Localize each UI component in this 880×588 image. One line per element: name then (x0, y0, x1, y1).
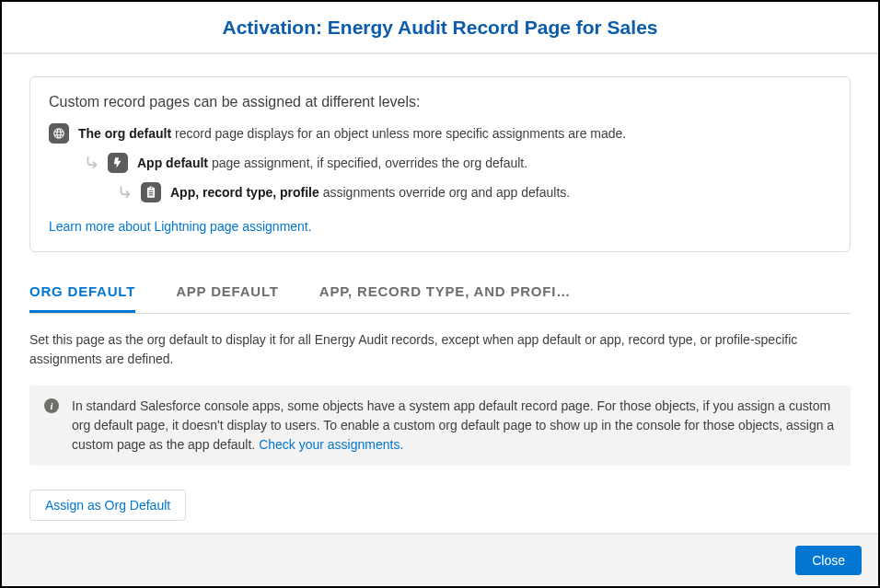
clipboard-icon (141, 182, 161, 202)
indent-arrow-icon (115, 182, 135, 202)
level-label: App, record type, profile (170, 185, 319, 200)
close-button[interactable]: Close (795, 546, 862, 575)
assign-as-org-default-button[interactable]: Assign as Org Default (29, 490, 186, 521)
notice-text-container: In standard Salesforce console apps, som… (72, 397, 836, 455)
check-assignments-link[interactable]: Check your assignments. (259, 437, 403, 452)
tab-app-record-profile[interactable]: APP, RECORD TYPE, AND PROFI… (319, 278, 571, 313)
assignment-levels-title: Custom record pages can be assigned at d… (49, 94, 831, 110)
modal-title: Activation: Energy Audit Record Page for… (2, 17, 878, 39)
assignment-levels-box: Custom record pages can be assigned at d… (29, 76, 851, 252)
level-org-default: The org default record page displays for… (49, 123, 831, 144)
globe-icon (49, 123, 69, 144)
indent-arrow-icon (82, 153, 102, 173)
tabs: ORG DEFAULT APP DEFAULT APP, RECORD TYPE… (29, 278, 851, 314)
level-label: App default (137, 156, 208, 170)
tab-org-default[interactable]: ORG DEFAULT (29, 278, 135, 313)
level-app-default: App default page assignment, if specifie… (82, 153, 831, 173)
tab-description: Set this page as the org default to disp… (29, 330, 851, 369)
level-desc: record page displays for an object unles… (171, 126, 626, 141)
modal-content: Custom record pages can be assigned at d… (2, 54, 878, 533)
tab-app-default[interactable]: APP DEFAULT (176, 278, 279, 313)
console-notice: i In standard Salesforce console apps, s… (29, 386, 851, 466)
level-desc: assignments override org and app default… (319, 185, 570, 200)
activation-modal: Activation: Energy Audit Record Page for… (2, 2, 878, 586)
level-app-record-profile: App, record type, profile assignments ov… (115, 182, 831, 202)
bolt-icon (108, 153, 128, 173)
modal-footer: Close (2, 533, 878, 586)
level-text: App default page assignment, if specifie… (137, 153, 527, 173)
info-icon: i (44, 398, 59, 413)
level-desc: page assignment, if specified, overrides… (208, 156, 527, 170)
level-text: App, record type, profile assignments ov… (170, 182, 570, 202)
level-label: The org default (78, 126, 171, 141)
notice-text: In standard Salesforce console apps, som… (72, 398, 834, 452)
learn-more-link[interactable]: Learn more about Lightning page assignme… (49, 219, 312, 234)
level-text: The org default record page displays for… (78, 123, 626, 144)
modal-header: Activation: Energy Audit Record Page for… (2, 2, 878, 52)
